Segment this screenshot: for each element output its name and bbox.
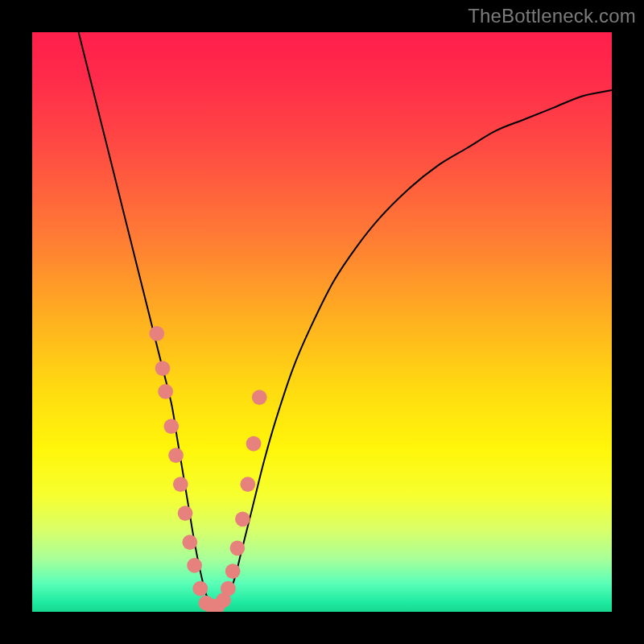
highlight-dot: [235, 511, 250, 526]
highlight-dot: [187, 558, 202, 573]
highlight-dot: [155, 361, 171, 376]
highlight-dot: [192, 581, 208, 597]
highlight-dot: [149, 326, 164, 341]
highlight-dot: [168, 448, 184, 463]
highlight-dot: [252, 390, 267, 405]
highlight-dot: [240, 477, 255, 492]
plot-area: [32, 32, 612, 612]
highlight-dot: [178, 506, 193, 521]
highlight-dot: [246, 436, 262, 452]
dot-cluster: [149, 326, 266, 612]
highlight-dot: [173, 477, 188, 492]
curve-layer: [32, 32, 612, 612]
highlight-dot: [163, 419, 179, 434]
highlight-dot: [225, 564, 241, 579]
chart-frame: TheBottleneck.com: [0, 0, 644, 644]
highlight-dot: [221, 581, 236, 597]
watermark-text: TheBottleneck.com: [468, 5, 636, 27]
highlight-dot: [158, 384, 173, 399]
bottleneck-curve: [79, 32, 612, 612]
highlight-dot: [230, 540, 246, 555]
highlight-dot: [182, 535, 197, 550]
